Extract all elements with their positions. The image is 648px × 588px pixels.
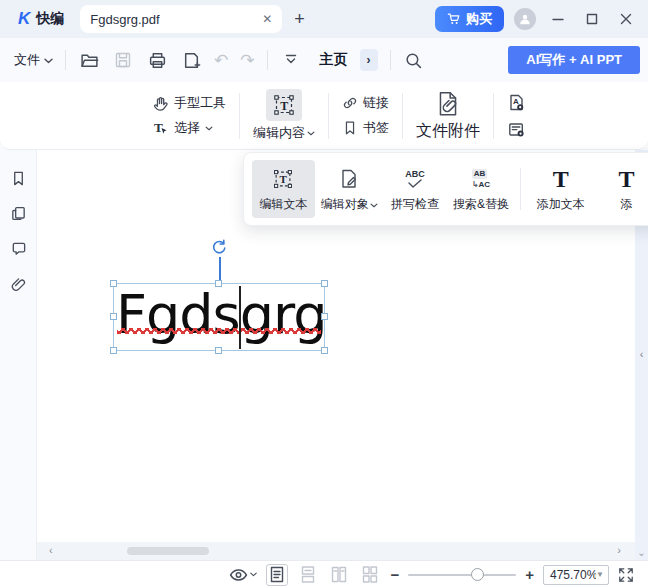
link-button[interactable]: 链接: [342, 94, 389, 112]
tab-close-icon[interactable]: ✕: [262, 12, 272, 26]
add-text-label: 添加文本: [537, 196, 585, 213]
two-page-icon: [331, 566, 347, 583]
maximize-button[interactable]: [580, 7, 604, 31]
buy-button-label: 购买: [466, 10, 492, 28]
expand-icon: [618, 567, 634, 583]
search-replace-button[interactable]: AB ↳AC 搜索&替换: [449, 160, 512, 218]
divider: [390, 50, 391, 70]
fullscreen-button[interactable]: [618, 567, 634, 583]
file-menu[interactable]: 文件: [14, 51, 53, 69]
open-file-button[interactable]: [78, 49, 100, 71]
redo-icon[interactable]: ↷: [240, 52, 254, 69]
home-tab[interactable]: 主页: [320, 51, 348, 69]
zoom-slider[interactable]: [408, 568, 516, 582]
grid-page-icon: [362, 566, 378, 583]
select-tool-button[interactable]: T 选择: [152, 119, 226, 137]
add-more-button[interactable]: T 添: [595, 160, 648, 218]
search-button[interactable]: [403, 49, 425, 71]
rotate-handle[interactable]: [210, 239, 228, 257]
collapse-ribbon-button[interactable]: [280, 49, 302, 71]
scroll-right-arrow[interactable]: ›: [617, 544, 621, 556]
horizontal-scrollbar[interactable]: ‹ ›: [37, 542, 635, 560]
buy-button[interactable]: 购买: [435, 6, 504, 32]
add-text-icon: T: [553, 167, 569, 191]
divider: [239, 93, 240, 139]
hand-tool-button[interactable]: 手型工具: [152, 94, 226, 112]
sidebar-pages-button[interactable]: [8, 203, 28, 223]
add-text-button[interactable]: T 添加文本: [529, 160, 592, 218]
zoom-in-button[interactable]: +: [525, 566, 534, 583]
collapse-chevron-icon: [282, 51, 300, 69]
resize-handle-e[interactable]: [321, 313, 328, 320]
resize-handle-s[interactable]: [215, 347, 222, 354]
app-logo-icon: K: [18, 9, 30, 29]
scrollbar-thumb[interactable]: [127, 547, 209, 555]
edit-text-button[interactable]: T 编辑文本: [252, 160, 315, 218]
user-avatar[interactable]: [514, 8, 536, 30]
edit-content-label: 编辑内容: [253, 124, 305, 142]
zoom-dropdown-arrow[interactable]: ▼: [596, 570, 604, 579]
spell-check-button[interactable]: ABC 拼写检查: [384, 160, 447, 218]
two-page-continuous-view-button[interactable]: [359, 564, 381, 586]
text-object-selection[interactable]: Fgdsgrg: [113, 283, 325, 351]
resize-handle-nw[interactable]: [110, 280, 117, 287]
document-tab[interactable]: Fgdsgrg.pdf ✕: [80, 5, 282, 33]
scroll-left-arrow[interactable]: ‹: [49, 544, 53, 556]
divider: [493, 93, 494, 139]
file-attachment-button[interactable]: 文件附件: [416, 90, 480, 142]
properties-button[interactable]: [507, 120, 526, 139]
ribbon-toolbar: 手型工具 T 选择 T 编辑内容 链接: [0, 82, 648, 150]
sidebar-attachments-button[interactable]: [8, 273, 28, 293]
spell-check-label: 拼写检查: [391, 196, 439, 213]
editable-text[interactable]: Fgdsgrg: [116, 281, 327, 349]
close-button[interactable]: [614, 7, 638, 31]
resize-handle-ne[interactable]: [321, 280, 328, 287]
save-button[interactable]: [112, 49, 134, 71]
resize-handle-w[interactable]: [110, 313, 117, 320]
app-name: 快编: [36, 10, 64, 28]
edit-object-icon: [339, 168, 359, 190]
view-mode-button[interactable]: [229, 568, 257, 582]
zoom-out-button[interactable]: −: [390, 566, 399, 583]
search-replace-icon: AB: [472, 169, 488, 179]
text-select-icon: T: [152, 120, 169, 137]
zoom-slider-track: [408, 574, 516, 576]
edit-object-button[interactable]: 编辑对象: [318, 160, 381, 218]
edit-text-label: 编辑文本: [259, 196, 307, 213]
ai-writer-button[interactable]: AI写作 + AI PPT: [508, 46, 640, 74]
zoom-level-control[interactable]: ▼: [543, 565, 609, 585]
font-settings-button[interactable]: A: [507, 93, 526, 112]
new-page-button[interactable]: [180, 49, 202, 71]
single-page-icon: [270, 566, 284, 583]
select-tool-label: 选择: [174, 119, 200, 137]
panel-collapse-chevron[interactable]: ‹: [640, 348, 644, 360]
print-button[interactable]: [146, 49, 168, 71]
minimize-button[interactable]: [546, 7, 570, 31]
resize-handle-se[interactable]: [321, 347, 328, 354]
page-font-gear-icon: A: [507, 93, 526, 112]
zoom-slider-thumb[interactable]: [471, 568, 484, 581]
bookmark-button[interactable]: 书签: [342, 119, 389, 137]
sidebar-bookmarks-button[interactable]: [8, 168, 28, 188]
home-next-button[interactable]: ›: [360, 49, 378, 71]
resize-handle-sw[interactable]: [110, 347, 117, 354]
folder-icon: [80, 51, 99, 70]
chevron-down-icon: [44, 58, 53, 64]
edit-text-icon: T: [272, 168, 294, 190]
continuous-view-button[interactable]: [297, 564, 319, 586]
divider: [520, 168, 521, 210]
two-page-view-button[interactable]: [328, 564, 350, 586]
left-sidebar: [0, 150, 37, 560]
zoom-level-input[interactable]: [550, 568, 596, 582]
single-page-view-button[interactable]: [266, 564, 288, 586]
edit-content-icon: T: [272, 93, 296, 117]
new-tab-button[interactable]: +: [294, 9, 305, 30]
attachment-icon: [435, 90, 461, 118]
sidebar-comments-button[interactable]: [8, 238, 28, 258]
page-plus-icon: [182, 51, 201, 70]
undo-icon[interactable]: ↶: [214, 52, 228, 69]
bookmark-icon: [342, 120, 358, 136]
scroll-down-chevron[interactable]: ⌄: [637, 547, 645, 558]
resize-handle-n[interactable]: [215, 280, 222, 287]
edit-content-button[interactable]: T 编辑内容: [253, 89, 315, 142]
